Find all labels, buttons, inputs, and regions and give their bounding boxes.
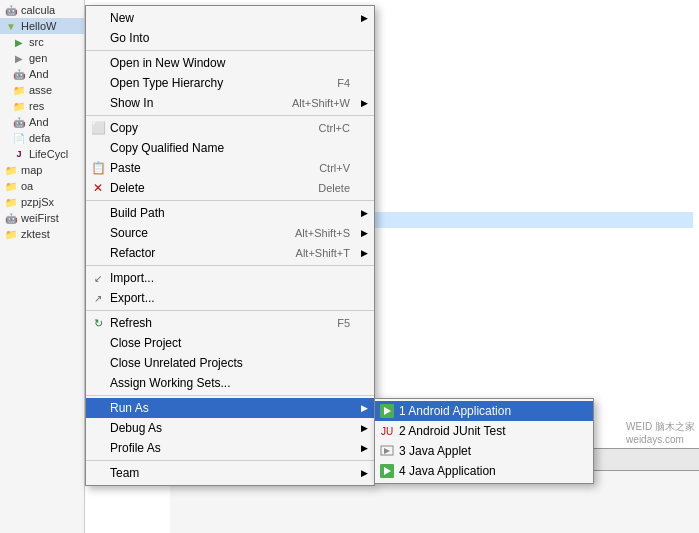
refresh-icon: ↻ (90, 315, 106, 331)
menu-item-label: Build Path (110, 206, 165, 220)
menu-item-label: New (110, 11, 134, 25)
submenu-item-java-applet[interactable]: 3 Java Applet (375, 441, 593, 461)
paste-icon: 📋 (90, 160, 106, 176)
shortcut-label: Ctrl+V (319, 162, 366, 174)
menu-separator (86, 50, 374, 51)
menu-item-label: Show In (110, 96, 153, 110)
menu-item-label: Open Type Hierarchy (110, 76, 223, 90)
menu-separator (86, 460, 374, 461)
menu-item-label: Copy Qualified Name (110, 141, 224, 155)
submenu-item-android-app[interactable]: 1 Android Application (375, 401, 593, 421)
shortcut-label: F4 (337, 77, 366, 89)
menu-item-label: Run As (110, 401, 149, 415)
applet-icon (379, 443, 395, 459)
menu-item-label: Open in New Window (110, 56, 225, 70)
shortcut-label: Alt+Shift+S (295, 227, 366, 239)
menu-separator (86, 265, 374, 266)
menu-separator (86, 395, 374, 396)
menu-separator (86, 115, 374, 116)
menu-item-label: Team (110, 466, 139, 480)
menu-item-source[interactable]: Source Alt+Shift+S (86, 223, 374, 243)
menu-item-label: Refactor (110, 246, 155, 260)
menu-item-label: Copy (110, 121, 138, 135)
menu-item-label: Delete (110, 181, 145, 195)
submenu-item-label: 2 Android JUnit Test (399, 424, 506, 438)
menu-item-label: Profile As (110, 441, 161, 455)
menu-item-open-type-hierarchy[interactable]: Open Type Hierarchy F4 (86, 73, 374, 93)
menu-item-label: Go Into (110, 31, 149, 45)
menu-item-import[interactable]: ↙ Import... (86, 268, 374, 288)
menu-item-label: Debug As (110, 421, 162, 435)
shortcut-label: Ctrl+C (319, 122, 366, 134)
shortcut-label: Delete (318, 182, 366, 194)
svg-marker-3 (384, 448, 390, 454)
menu-item-refactor[interactable]: Refactor Alt+Shift+T (86, 243, 374, 263)
submenu-item-label: 1 Android Application (399, 404, 511, 418)
menu-item-delete[interactable]: ✕ Delete Delete (86, 178, 374, 198)
menu-item-run-as[interactable]: Run As 1 Android Application JU 2 Androi… (86, 398, 374, 418)
submenu-item-android-junit[interactable]: JU 2 Android JUnit Test (375, 421, 593, 441)
menu-item-paste[interactable]: 📋 Paste Ctrl+V (86, 158, 374, 178)
submenu-item-label: 4 Java Application (399, 464, 496, 478)
menu-item-label: Refresh (110, 316, 152, 330)
shortcut-label: F5 (337, 317, 366, 329)
menu-item-copy[interactable]: ⬜ Copy Ctrl+C (86, 118, 374, 138)
menu-item-label: Paste (110, 161, 141, 175)
delete-icon: ✕ (90, 180, 106, 196)
submenu-item-label: 3 Java Applet (399, 444, 471, 458)
context-menu: New Go Into Open in New Window Open Type… (85, 5, 375, 486)
menu-item-debug-as[interactable]: Debug As (86, 418, 374, 438)
menu-item-assign-working-sets[interactable]: Assign Working Sets... (86, 373, 374, 393)
menu-item-go-into[interactable]: Go Into (86, 28, 374, 48)
menu-separator (86, 310, 374, 311)
import-icon: ↙ (90, 270, 106, 286)
shortcut-label: Alt+Shift+T (296, 247, 366, 259)
menu-item-profile-as[interactable]: Profile As (86, 438, 374, 458)
run-as-submenu: 1 Android Application JU 2 Android JUnit… (374, 398, 594, 484)
menu-item-copy-qualified[interactable]: Copy Qualified Name (86, 138, 374, 158)
shortcut-label: Alt+Shift+W (292, 97, 366, 109)
menu-item-open-new-window[interactable]: Open in New Window (86, 53, 374, 73)
export-icon: ↗ (90, 290, 106, 306)
junit-icon: JU (379, 423, 395, 439)
menu-item-team[interactable]: Team (86, 463, 374, 483)
menu-item-export[interactable]: ↗ Export... (86, 288, 374, 308)
menu-item-close-project[interactable]: Close Project (86, 333, 374, 353)
menu-item-label: Export... (110, 291, 155, 305)
menu-separator (86, 200, 374, 201)
copy-icon: ⬜ (90, 120, 106, 136)
menu-item-show-in[interactable]: Show In Alt+Shift+W (86, 93, 374, 113)
menu-item-close-unrelated[interactable]: Close Unrelated Projects (86, 353, 374, 373)
menu-item-label: Source (110, 226, 148, 240)
menu-item-refresh[interactable]: ↻ Refresh F5 (86, 313, 374, 333)
menu-item-label: Assign Working Sets... (110, 376, 231, 390)
menu-item-build-path[interactable]: Build Path (86, 203, 374, 223)
menu-item-new[interactable]: New (86, 8, 374, 28)
context-menu-overlay: New Go Into Open in New Window Open Type… (0, 0, 699, 533)
menu-item-label: Close Unrelated Projects (110, 356, 243, 370)
menu-item-label: Import... (110, 271, 154, 285)
submenu-item-java-app[interactable]: 4 Java Application (375, 461, 593, 481)
java-run-icon (379, 463, 395, 479)
android-run-icon (379, 403, 395, 419)
menu-item-label: Close Project (110, 336, 181, 350)
